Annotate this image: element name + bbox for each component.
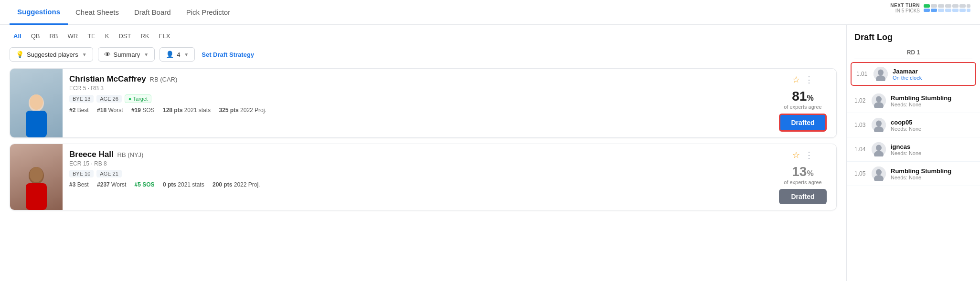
lightbulb-icon: 💡 <box>16 51 24 58</box>
draft-avatar-102 <box>872 94 886 108</box>
draft-slot-name-104: igncas <box>891 143 921 150</box>
tag-bye-breece: BYE 10 <box>69 170 94 177</box>
star-icon-breece[interactable]: ☆ <box>792 150 800 160</box>
draft-slot-name-105: Rumbling Stumbling <box>891 167 951 175</box>
draft-slot-sub-103: Needs: None <box>891 126 921 132</box>
summary-label: Summary <box>114 51 140 58</box>
draft-slot-info-101: Jaamaar On the clock <box>893 68 922 81</box>
turn-dots-row1 <box>924 4 970 8</box>
tag-age-mccaffrey: AGE 26 <box>96 95 122 103</box>
experts-pct-breece: 13% of experts agree <box>784 164 822 185</box>
draft-slot-sub-102: Needs: None <box>891 102 951 107</box>
draft-slot-104[interactable]: 1.04 igncas Needs: None <box>847 137 980 162</box>
draft-slot-102[interactable]: 1.02 Rumbling Stumbling Needs: None <box>847 89 980 113</box>
svg-rect-4 <box>26 183 47 210</box>
drafted-button-mccaffrey[interactable]: Drafted <box>779 114 827 132</box>
team-count-filter[interactable]: 👤 4 ▼ <box>160 47 195 62</box>
player-actions-breece: ☆ ⋮ 13% of experts agree Drafted <box>769 144 836 210</box>
draft-log-panel: Draft Log RD 1 1.01 Jaamaar On the clock… <box>846 25 980 281</box>
player-stats-breece: #3 Best #237 Worst #5 SOS 0 pts 2021 sta… <box>69 181 763 188</box>
draft-slot-name-102: Rumbling Stumbling <box>891 94 951 102</box>
next-turn-indicator: NEXT TURN IN 5 PICKS <box>890 3 970 13</box>
svg-point-7 <box>878 70 884 76</box>
next-turn-label: NEXT TURN <box>890 3 920 8</box>
player-pos-breece: RB (NYJ) <box>117 151 144 158</box>
player-pos-mccaffrey: RB (CAR) <box>150 76 178 83</box>
svg-point-13 <box>876 121 882 127</box>
tag-age-breece: AGE 21 <box>96 170 122 177</box>
suggested-players-label: Suggested players <box>27 51 78 58</box>
draft-slot-101[interactable]: 1.01 Jaamaar On the clock <box>851 62 976 86</box>
draft-slot-name-103: coop05 <box>891 119 921 126</box>
svg-rect-1 <box>26 111 47 137</box>
position-tabs: All QB RB WR TE K DST RK FLX <box>10 31 837 42</box>
tag-target-mccaffrey: ●Target <box>125 94 151 103</box>
draft-slot-name-101: Jaamaar <box>893 68 922 75</box>
pos-tab-all[interactable]: All <box>10 31 25 42</box>
player-info-mccaffrey: Christian McCaffrey RB (CAR) ECR 5 · RB … <box>63 69 769 137</box>
svg-point-16 <box>876 145 882 151</box>
draft-slot-sub-105: Needs: None <box>891 175 951 180</box>
draft-pick-103: 1.03 <box>854 122 872 128</box>
draft-log-title: Draft Log <box>847 25 980 46</box>
draft-slot-103[interactable]: 1.03 coop05 Needs: None <box>847 113 980 137</box>
player-info-breece: Breece Hall RB (NYJ) ECR 15 · RB 8 BYE 1… <box>63 144 769 210</box>
more-icon-breece[interactable]: ⋮ <box>805 150 813 160</box>
player-ecr-breece: ECR 15 · RB 8 <box>69 160 763 167</box>
nav-item-draft-board[interactable]: Draft Board <box>127 0 179 25</box>
team-chevron-icon: ▼ <box>184 52 189 57</box>
pos-tab-wr[interactable]: WR <box>64 31 82 42</box>
turn-dots-row2 <box>924 9 970 12</box>
pos-tab-rk[interactable]: RK <box>137 31 153 42</box>
next-turn-picks: IN 5 PICKS <box>890 8 920 13</box>
draft-slot-105[interactable]: 1.05 Rumbling Stumbling Needs: None <box>847 162 980 186</box>
chevron-down-icon: ▼ <box>82 52 87 57</box>
round-label: RD 1 <box>854 46 972 59</box>
team-count-label: 4 <box>177 51 180 58</box>
pos-tab-qb[interactable]: QB <box>27 31 44 42</box>
summary-filter[interactable]: 👁 Summary ▼ <box>98 47 155 62</box>
svg-point-19 <box>876 169 882 176</box>
pos-tab-flx[interactable]: FLX <box>155 31 174 42</box>
set-draft-strategy-link[interactable]: Set Draft Strategy <box>202 51 254 58</box>
player-avatar-breece <box>10 144 63 210</box>
draft-pick-105: 1.05 <box>854 170 872 177</box>
draft-slot-sub-101: On the clock <box>893 75 922 81</box>
summary-chevron-icon: ▼ <box>144 52 149 57</box>
eye-icon: 👁 <box>104 51 111 58</box>
top-nav: Suggestions Cheat Sheets Draft Board Pic… <box>0 0 980 25</box>
draft-pick-102: 1.02 <box>854 97 872 104</box>
pos-tab-dst[interactable]: DST <box>115 31 135 42</box>
player-avatar-mccaffrey <box>10 69 63 137</box>
player-card-mccaffrey: Christian McCaffrey RB (CAR) ECR 5 · RB … <box>10 68 837 138</box>
draft-avatar-105 <box>872 167 886 181</box>
drafted-button-breece[interactable]: Drafted <box>779 189 827 204</box>
draft-pick-104: 1.04 <box>854 146 872 153</box>
draft-avatar-101 <box>873 67 888 81</box>
tag-bye-mccaffrey: BYE 13 <box>69 95 94 103</box>
pos-tab-k[interactable]: K <box>101 31 113 42</box>
svg-point-10 <box>876 96 882 103</box>
experts-pct-mccaffrey: 81% of experts agree <box>784 89 822 110</box>
player-card-breece: Breece Hall RB (NYJ) ECR 15 · RB 8 BYE 1… <box>10 144 837 210</box>
draft-avatar-104 <box>872 142 886 156</box>
pos-tab-rb[interactable]: RB <box>45 31 62 42</box>
nav-item-cheat-sheets[interactable]: Cheat Sheets <box>68 0 127 25</box>
nav-item-suggestions[interactable]: Suggestions <box>10 0 68 25</box>
player-stats-mccaffrey: #2 Best #18 Worst #19 SOS 128 pts 2021 s… <box>69 107 763 114</box>
nav-item-pick-predictor[interactable]: Pick Predictor <box>179 0 238 25</box>
player-actions-mccaffrey: ☆ ⋮ 81% of experts agree Drafted <box>769 69 836 137</box>
svg-point-5 <box>30 167 43 182</box>
svg-point-2 <box>30 94 43 110</box>
draft-slot-sub-104: Needs: None <box>891 150 921 156</box>
more-icon-mccaffrey[interactable]: ⋮ <box>805 74 813 85</box>
player-name-mccaffrey: Christian McCaffrey <box>69 74 146 83</box>
pos-tab-te[interactable]: TE <box>84 31 99 42</box>
star-icon-mccaffrey[interactable]: ☆ <box>792 74 800 85</box>
filter-row: 💡 Suggested players ▼ 👁 Summary ▼ 👤 4 ▼ … <box>10 47 837 62</box>
team-icon: 👤 <box>166 51 174 58</box>
player-ecr-mccaffrey: ECR 5 · RB 3 <box>69 85 763 92</box>
draft-avatar-103 <box>872 118 886 132</box>
draft-pick-101: 1.01 <box>856 71 873 77</box>
suggested-players-filter[interactable]: 💡 Suggested players ▼ <box>10 47 93 62</box>
